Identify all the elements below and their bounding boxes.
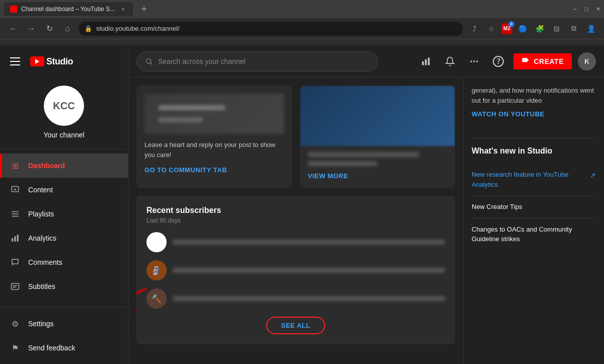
svg-point-16 xyxy=(471,60,472,62)
sidebar-item-feedback[interactable]: ⚑ Send feedback xyxy=(0,336,128,360)
external-link-icon: ↗ xyxy=(590,170,596,181)
svg-marker-1 xyxy=(15,188,17,191)
sidebar-item-subtitles[interactable]: Subtitles xyxy=(0,274,128,299)
news-title-oacs: Changes to OACs and Community Guideline … xyxy=(472,226,572,243)
tab-favicon xyxy=(10,6,17,13)
minimize-button[interactable]: − xyxy=(573,6,577,13)
hamburger-line-2 xyxy=(10,61,20,62)
youtube-logo[interactable]: Studio xyxy=(30,56,73,67)
forward-button[interactable]: → xyxy=(24,22,38,36)
help-icon: ? xyxy=(493,56,504,67)
sidebar-item-analytics[interactable]: Analytics xyxy=(0,226,128,250)
address-bar[interactable]: 🔒 studio.youtube.com/channel/ xyxy=(79,22,463,36)
channel-name: Your channel xyxy=(43,131,84,139)
topbar: Search across your channel ? CREATE xyxy=(128,45,604,78)
sidebar-item-label: Subtitles xyxy=(28,282,55,290)
watch-on-youtube-link[interactable]: WATCH ON YOUTUBE xyxy=(472,110,596,118)
subscribers-card-subtitle: Last 90 days xyxy=(146,217,445,224)
subtitles-icon xyxy=(10,281,20,292)
window-controls: − □ × xyxy=(573,6,600,13)
analytics-chart-button[interactable] xyxy=(417,52,435,70)
tab-close-button[interactable]: × xyxy=(119,5,127,13)
search-icon xyxy=(145,57,153,65)
new-tab-button[interactable]: + xyxy=(137,2,151,16)
youtube-studio-text: Studio xyxy=(46,56,73,67)
subscriber-avatar-1: ☯ xyxy=(146,232,167,252)
sidebar-header: Studio xyxy=(0,45,128,78)
browser-toolbar: ← → ↻ ⌂ 🔒 studio.youtube.com/channel/ ⤴ … xyxy=(0,18,604,39)
svg-rect-7 xyxy=(17,235,19,242)
see-all-button[interactable]: SEE ALL xyxy=(266,317,326,334)
community-tab-link[interactable]: GO TO COMMUNITY TAB xyxy=(144,166,227,174)
playlists-icon xyxy=(10,209,20,219)
svg-rect-6 xyxy=(15,236,16,242)
sidebar-item-content[interactable]: Content xyxy=(0,178,128,202)
subscriber-name-blur-2 xyxy=(173,268,445,273)
extensions-icon[interactable]: 🧩 xyxy=(533,22,547,36)
channel-initials: KCC xyxy=(53,100,74,112)
panel-watch-section: general), and how many notifications wen… xyxy=(472,86,596,126)
subscriber-avatar-3: 🔨 xyxy=(146,288,167,309)
create-label: CREATE xyxy=(534,57,564,65)
view-more-link[interactable]: VIEW MORE xyxy=(308,172,447,180)
community-blurred-preview xyxy=(144,94,284,134)
profile-avatar[interactable]: 👤 xyxy=(584,22,598,36)
browser-actions: ⤴ ☆ M2 2 🔵 🧩 ⊟ ⧉ 👤 xyxy=(467,22,598,36)
refresh-button[interactable]: ↻ xyxy=(42,22,56,36)
dashboard-icon: ⊞ xyxy=(10,161,20,171)
share-button[interactable]: ⤴ xyxy=(467,22,481,36)
home-button[interactable]: ⌂ xyxy=(60,22,74,36)
star-button[interactable]: ☆ xyxy=(484,22,498,36)
sidebar-item-settings[interactable]: ⚙ Settings xyxy=(0,312,128,336)
layout-button[interactable]: ⊟ xyxy=(550,22,564,36)
feedback-icon: ⚑ xyxy=(10,343,20,353)
news-item-research[interactable]: New research feature in YouTube Analytic… xyxy=(472,164,596,196)
news-item-creator-tips[interactable]: New Creator Tips xyxy=(472,196,596,219)
more-options-button[interactable] xyxy=(465,52,483,70)
user-avatar[interactable]: K xyxy=(578,52,596,70)
extension-button[interactable]: M2 2 xyxy=(501,23,512,34)
cards-row: Leave a heart and reply on your post to … xyxy=(136,86,455,188)
subscribers-card-title: Recent subscribers xyxy=(146,206,445,215)
sidebar-item-dashboard[interactable]: ⊞ Dashboard xyxy=(0,154,128,178)
hamburger-line-3 xyxy=(10,64,20,65)
extension2-button[interactable]: 🔵 xyxy=(515,22,530,36)
back-button[interactable]: ← xyxy=(6,22,20,36)
subscriber-item-2: 🗿 xyxy=(146,260,445,280)
youtube-logo-icon xyxy=(30,56,44,66)
right-panel: general), and how many notifications wen… xyxy=(463,78,604,364)
svg-rect-5 xyxy=(12,238,13,242)
svg-point-11 xyxy=(146,58,151,63)
video-title-blur xyxy=(308,152,419,157)
analytics-icon xyxy=(10,233,20,243)
menu-button[interactable] xyxy=(8,53,24,69)
avatar[interactable]: KCC xyxy=(44,86,84,126)
url-text: studio.youtube.com/channel/ xyxy=(96,25,180,32)
sidebar-item-comments[interactable]: Comments xyxy=(0,250,128,274)
search-input[interactable]: Search across your channel xyxy=(136,51,378,71)
create-button[interactable]: CREATE xyxy=(513,53,572,69)
news-link-research: New research feature in YouTube Analytic… xyxy=(472,170,596,189)
comments-icon xyxy=(10,257,20,267)
video-thumbnail xyxy=(300,86,456,146)
news-item-oacs[interactable]: Changes to OACs and Community Guideline … xyxy=(472,219,596,250)
content-area: Leave a heart and reply on your post to … xyxy=(128,78,604,364)
close-button[interactable]: × xyxy=(596,6,600,13)
svg-rect-14 xyxy=(425,59,427,65)
whats-new-title: What's new in Studio xyxy=(472,147,596,156)
maximize-button[interactable]: □ xyxy=(585,6,588,13)
sidebar-nav: ⊞ Dashboard Content Playlists Analytics xyxy=(0,150,128,307)
svg-point-17 xyxy=(474,60,475,62)
app-layout: Studio KCC Your channel ⊞ Dashboard Cont… xyxy=(0,45,604,364)
sidebar-item-label: Analytics xyxy=(28,234,56,242)
notifications-button[interactable] xyxy=(441,52,459,70)
browser-titlebar: Channel dashboard – YouTube S... × + − □… xyxy=(0,0,604,18)
sidebar-item-playlists[interactable]: Playlists xyxy=(0,202,128,226)
channel-section: KCC Your channel xyxy=(0,78,128,150)
browser-tab[interactable]: Channel dashboard – YouTube S... × xyxy=(4,2,133,16)
split-button[interactable]: ⧉ xyxy=(567,22,581,36)
help-button[interactable]: ? xyxy=(489,52,507,70)
subscribers-card: Recent subscribers Last 90 days ☯ 🗿 🔨 xyxy=(136,196,455,344)
news-title-creator-tips: New Creator Tips xyxy=(472,203,522,210)
whats-new-section: What's new in Studio New research featur… xyxy=(472,138,596,250)
